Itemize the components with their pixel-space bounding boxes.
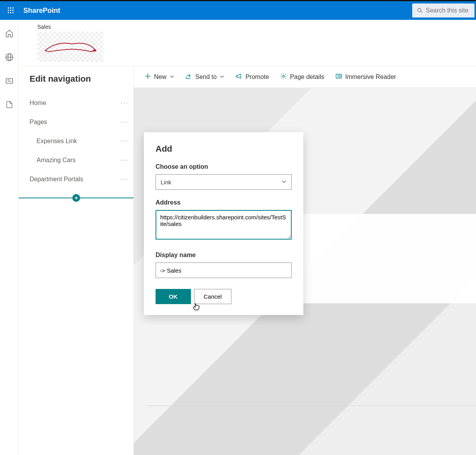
app-launcher-button[interactable] (5, 4, 17, 17)
page-details-button[interactable]: Page details (280, 73, 324, 81)
more-icon[interactable]: ··· (121, 137, 129, 145)
svg-line-10 (420, 11, 422, 13)
nav-item-label: Expenses Link (37, 138, 77, 145)
chevron-down-icon (220, 74, 224, 80)
new-button[interactable]: New (145, 73, 174, 81)
globe-icon[interactable] (5, 53, 14, 63)
svg-rect-1 (10, 7, 11, 9)
chevron-down-icon (281, 179, 287, 186)
site-logo[interactable] (37, 32, 103, 62)
command-bar: New Send to (134, 66, 476, 88)
svg-rect-3 (8, 10, 9, 11)
cmd-label: Send to (195, 74, 217, 80)
news-icon[interactable] (5, 77, 14, 86)
svg-rect-2 (12, 7, 14, 9)
more-icon[interactable]: ··· (121, 99, 129, 107)
reader-icon (335, 73, 342, 81)
display-name-input[interactable] (156, 262, 292, 278)
cancel-button[interactable]: Cancel (194, 289, 232, 304)
divider (145, 406, 476, 406)
more-icon[interactable]: ··· (121, 118, 129, 126)
share-icon (185, 73, 192, 81)
gear-icon (280, 73, 287, 81)
ok-button[interactable]: OK (156, 289, 191, 304)
svg-rect-7 (10, 12, 11, 13)
app-title[interactable]: SharePoint (23, 7, 60, 15)
svg-rect-0 (8, 7, 9, 9)
files-icon[interactable] (5, 100, 13, 110)
svg-point-9 (418, 8, 421, 12)
panel-title: Edit navigation (30, 74, 129, 84)
nav-item-home[interactable]: Home ··· (30, 93, 129, 112)
insert-indicator[interactable]: + (19, 198, 134, 198)
nav-item-expenses[interactable]: Expenses Link ··· (30, 131, 129, 150)
global-nav-rail (0, 20, 19, 455)
option-dropdown[interactable]: Link (156, 174, 292, 190)
svg-rect-6 (8, 12, 9, 13)
home-icon[interactable] (5, 29, 14, 39)
cmd-label: Page details (290, 74, 324, 80)
nav-item-amazing-cars[interactable]: Amazing Cars ··· (30, 150, 129, 170)
dialog-title: Add (156, 144, 292, 154)
edit-navigation-panel: Edit navigation Home ··· Pages ··· Expen… (19, 66, 134, 455)
more-icon[interactable]: ··· (121, 156, 129, 164)
nav-item-department-portals[interactable]: Department Portals ··· (30, 170, 129, 189)
cmd-label: New (154, 74, 166, 80)
site-header: Sales (19, 20, 476, 66)
nav-item-label: Home (30, 100, 46, 107)
svg-rect-8 (12, 12, 14, 13)
option-value: Link (161, 179, 172, 186)
cmd-label: Promote (245, 74, 269, 80)
nav-item-label: Department Portals (30, 176, 83, 183)
option-label: Choose an option (156, 163, 292, 170)
search-input[interactable] (426, 7, 470, 14)
svg-rect-4 (10, 10, 11, 11)
suite-header: SharePoint (0, 1, 476, 20)
search-box[interactable] (412, 4, 474, 18)
nav-item-pages[interactable]: Pages ··· (30, 112, 129, 131)
svg-rect-5 (12, 10, 14, 11)
plus-icon (145, 73, 151, 81)
nav-item-label: Pages (30, 119, 47, 126)
plus-icon[interactable]: + (72, 194, 80, 202)
cmd-label: Immersive Reader (345, 74, 396, 80)
site-title[interactable]: Sales (37, 24, 476, 30)
svg-point-20 (282, 75, 284, 77)
megaphone-icon (235, 73, 242, 81)
immersive-reader-button[interactable]: Immersive Reader (335, 73, 396, 81)
send-to-button[interactable]: Send to (185, 73, 224, 81)
more-icon[interactable]: ··· (121, 175, 129, 183)
svg-rect-14 (6, 79, 12, 84)
add-link-dialog: Add Choose an option Link Address Displa… (144, 132, 303, 315)
display-name-label: Display name (156, 252, 292, 259)
promote-button[interactable]: Promote (235, 73, 269, 81)
search-icon (417, 7, 423, 14)
waffle-icon (8, 7, 14, 14)
address-label: Address (156, 199, 292, 206)
address-input[interactable] (156, 210, 292, 240)
car-logo-icon (41, 37, 100, 56)
chevron-down-icon (170, 74, 174, 80)
nav-item-label: Amazing Cars (37, 157, 75, 164)
